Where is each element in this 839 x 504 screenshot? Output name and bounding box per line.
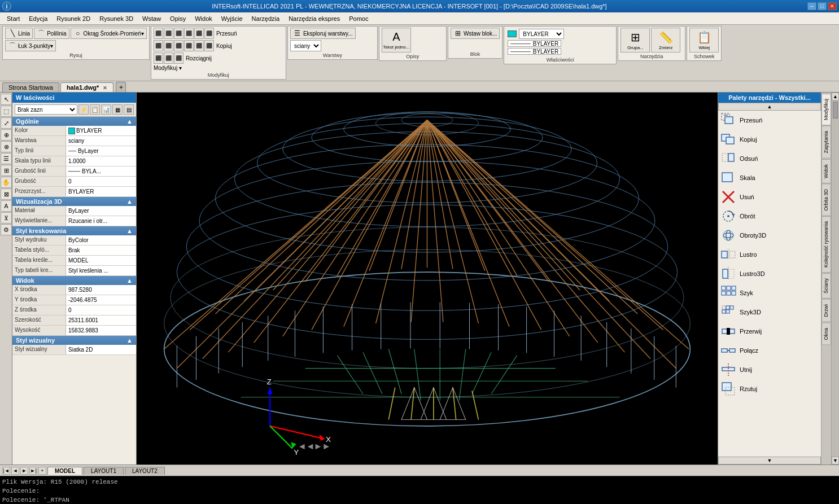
layout-tab-layout1[interactable]: LAYOUT1 <box>84 467 124 475</box>
command-area[interactable]: Plik Wersja: R15 (2000) release Poleceni… <box>0 476 839 504</box>
palette-presun[interactable]: Przesuń <box>718 111 821 130</box>
tool-move[interactable]: ⬛ <box>154 28 163 39</box>
section-ogolnie[interactable]: Ogólnie ▲ <box>12 117 136 126</box>
lt-settings[interactable]: ⚙ <box>1 224 12 235</box>
prop-btn-4[interactable]: ▦ <box>112 104 123 115</box>
tool-copy[interactable]: ⬛ <box>164 28 173 39</box>
vtab-okna[interactable]: Okna <box>821 323 831 345</box>
section-styl-kresk[interactable]: Styl kreskowania ▲ <box>12 226 136 235</box>
lt-pan[interactable]: ✋ <box>1 177 12 188</box>
palette-rzutuj[interactable]: Rzutuj <box>718 379 821 398</box>
palette-przerwij[interactable]: Przerwij <box>718 322 821 341</box>
menu-start[interactable]: Start <box>2 14 24 23</box>
prop-btn-3[interactable]: 📊 <box>101 104 111 115</box>
menu-rysunek2d[interactable]: Rysunek 2D <box>52 14 95 23</box>
tool-okrag[interactable]: ○ Okrąg Środek-Promień▾ <box>71 28 147 39</box>
palette-lustro3d[interactable]: Lustro3D <box>718 264 821 283</box>
right-scroll-up[interactable]: ▲ <box>832 93 839 100</box>
tool-linia[interactable]: ╲ Linia <box>5 28 33 39</box>
palette-scroll-up[interactable]: ▲ <box>718 103 821 111</box>
lt-select[interactable]: ↖ <box>1 94 12 105</box>
menu-narzedzia[interactable]: Narzędzia <box>247 14 285 23</box>
tool-insert-block[interactable]: ⊞ Wstaw blok... <box>451 28 500 39</box>
palette-lustro[interactable]: Lustro <box>718 245 821 264</box>
layer-select[interactable]: sciany <box>290 40 321 51</box>
lt-properties[interactable]: ⊠ <box>1 189 12 200</box>
tool-rotate[interactable]: ⬛ <box>174 28 183 39</box>
prop-btn-1[interactable]: ⚡ <box>78 104 89 115</box>
tab-add-button[interactable]: + <box>116 82 126 92</box>
palette-szyk[interactable]: Szyk <box>718 283 821 303</box>
selection-dropdown[interactable]: Brak zazn <box>15 104 77 115</box>
minimize-button[interactable]: ─ <box>807 2 816 10</box>
vtab-kolejnosc[interactable]: Kolejność rysowania <box>821 216 831 273</box>
palette-kopiuj[interactable]: Kopiuj <box>718 130 821 149</box>
right-scroll-down[interactable]: ▼ <box>832 457 839 464</box>
tab-hala1[interactable]: hala1.dwg* ✕ <box>60 82 114 92</box>
prop-btn-2[interactable]: 📋 <box>90 104 100 115</box>
menu-opisy[interactable]: Opisy <box>165 14 190 23</box>
menu-narzedzia-ekspres[interactable]: Narzędzia ekspres <box>284 14 344 23</box>
layout-nav-first[interactable]: |◄ <box>2 467 10 475</box>
menu-rysunek3d[interactable]: Rysunek 3D <box>95 14 138 23</box>
palette-odsun[interactable]: Odsuń <box>718 149 821 168</box>
color-select[interactable]: BYLAYER <box>519 29 564 39</box>
palette-scroll-down[interactable]: ▼ <box>718 457 821 464</box>
tool-polilinia[interactable]: ⌒ Polilinia <box>34 28 69 39</box>
tool-scale[interactable]: ⬛ <box>194 28 204 39</box>
tool-text[interactable]: A Tekst jedno... <box>382 28 411 52</box>
menu-edycja[interactable]: Edycja <box>24 14 52 23</box>
vtab-widok[interactable]: Widok <box>821 159 831 183</box>
layout-nav-next[interactable]: ► <box>20 467 28 475</box>
menu-wyjscie[interactable]: Wyjście <box>217 14 247 23</box>
lt-rectangle[interactable]: ⬚ <box>1 106 12 117</box>
layout-nav-add[interactable]: + <box>38 467 46 475</box>
lt-text[interactable]: A <box>1 200 12 212</box>
lt-layers[interactable]: ☰ <box>1 153 12 164</box>
tab-strona-startowa[interactable]: Strona Startowa <box>2 82 59 92</box>
lt-zoom-extents[interactable]: ⤢ <box>1 117 12 129</box>
menu-wstaw[interactable]: Wstaw <box>138 14 165 23</box>
tool-group[interactable]: ⊞ Grupa... <box>620 28 650 52</box>
lt-zoom-out[interactable]: ⊗ <box>1 141 12 152</box>
layout-tab-layout2[interactable]: LAYOUT2 <box>125 467 165 475</box>
palette-obroty3d[interactable]: Obroty3D <box>718 226 821 245</box>
tool-copy2[interactable]: ⬛ <box>154 40 163 51</box>
tool-extend[interactable]: ⬛ <box>174 40 183 51</box>
tool-erase[interactable]: ⬛ <box>154 52 163 64</box>
vtab-drzwi[interactable]: Drzwi <box>821 299 831 322</box>
prop-btn-5[interactable]: ▤ <box>124 104 134 115</box>
section-widok[interactable]: Widok ▲ <box>12 276 136 285</box>
lt-zoom-in[interactable]: ⊕ <box>1 129 12 141</box>
tool-join[interactable]: ⬛ <box>174 52 183 64</box>
palette-utnij[interactable]: Utnij <box>718 360 821 379</box>
vtab-zapytania[interactable]: Zapytania <box>821 126 831 159</box>
menu-widok[interactable]: Widok <box>190 14 217 23</box>
vtab-sciany[interactable]: Ściany <box>821 273 831 299</box>
menu-pomoc[interactable]: Pomoc <box>344 14 373 23</box>
tab-hala1-close[interactable]: ✕ <box>103 85 107 91</box>
layout-tab-model[interactable]: MODEL <box>47 467 82 475</box>
tool-explode[interactable]: ⬛ <box>164 52 173 64</box>
palette-polacz[interactable]: Połącz <box>718 341 821 360</box>
section-wiz3d[interactable]: Wizualizacja 3D ▲ <box>12 197 136 206</box>
lt-dimension[interactable]: ⊻ <box>1 212 12 223</box>
close-button[interactable]: ✕ <box>828 2 837 10</box>
tool-measure[interactable]: 📏 Zmierz <box>651 28 680 52</box>
right-scroll-thumb[interactable] <box>833 102 838 119</box>
tool-stretch[interactable]: ⬛ <box>204 28 214 39</box>
tool-luk[interactable]: ⌒ Łuk 3-punkty▾ <box>5 40 56 51</box>
section-styl-wiz[interactable]: Styl wizualny ▲ <box>12 336 136 345</box>
vtab-modyfikuj[interactable]: Modyfikuj <box>821 94 831 125</box>
tool-mirror[interactable]: ⬛ <box>184 28 194 39</box>
tool-paste[interactable]: 📋 Wklej <box>689 28 719 52</box>
viewport[interactable]: /* will be drawn with JS below */ <box>137 93 718 464</box>
palette-skala[interactable]: Skala <box>718 168 821 187</box>
tool-trim[interactable]: ⬛ <box>164 40 173 51</box>
palette-szyk3d[interactable]: Szyk3D <box>718 303 821 322</box>
tool-explore-layers[interactable]: ☰ Eksploruj warstwy... <box>290 28 356 39</box>
maximize-button[interactable]: □ <box>818 2 827 10</box>
palette-usun[interactable]: Usuń <box>718 187 821 207</box>
tool-fillet[interactable]: ⬛ <box>194 40 204 51</box>
lt-grid[interactable]: ⊞ <box>1 165 12 176</box>
